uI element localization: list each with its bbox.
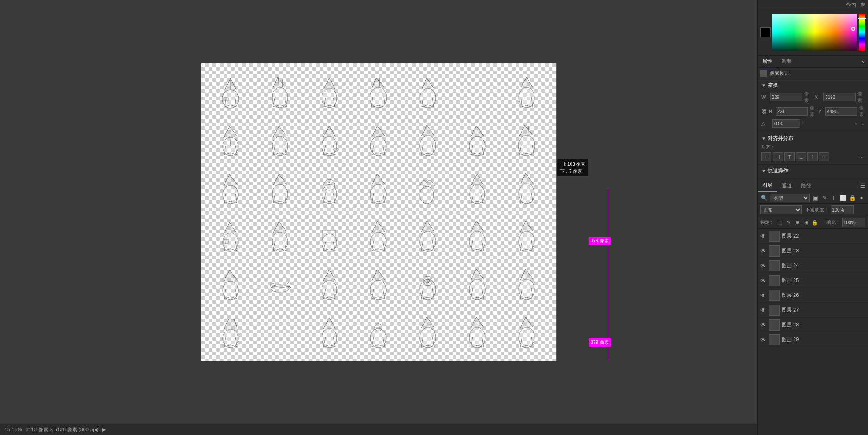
layer-item-27[interactable]: 👁图层 27 xyxy=(758,303,868,318)
tab-properties[interactable]: 属性 xyxy=(758,56,777,67)
layer-item-23[interactable]: 👁图层 23 xyxy=(758,244,868,258)
layer-thumbnail-23 xyxy=(769,245,780,257)
lock-artboard-icon[interactable]: ⊞ xyxy=(802,220,810,226)
effect-filter-icon[interactable]: ● xyxy=(858,195,865,201)
color-gradient[interactable] xyxy=(772,14,857,51)
layers-panel-menu-icon[interactable]: ☰ xyxy=(860,183,868,189)
layer-item-29[interactable]: 👁图层 29 xyxy=(758,332,868,347)
smart-filter-icon[interactable]: 🔒 xyxy=(849,195,856,201)
transform-toggle-icon: ▼ xyxy=(761,83,766,88)
status-bar-arrow[interactable]: ▶ xyxy=(102,427,106,433)
pixel-filter-icon[interactable]: ▣ xyxy=(812,195,819,201)
angle-input[interactable] xyxy=(772,119,800,128)
layers-toolbar: 🔍 类型 ▣ ✎ T ⬜ 🔒 ● xyxy=(758,192,868,204)
lock-paint-icon[interactable]: ✎ xyxy=(785,220,792,226)
tooth-grid: -H: 103 像素 下：7 像素 xyxy=(201,63,556,361)
shape-filter-icon[interactable]: ⬜ xyxy=(839,195,847,201)
color-swatch-foreground[interactable] xyxy=(760,27,771,37)
height-input[interactable] xyxy=(776,107,808,116)
layer-item-22[interactable]: 👁图层 22 xyxy=(758,229,868,244)
tab-adjustments[interactable]: 调整 xyxy=(777,56,796,67)
layer-blend-mode-select[interactable]: 正常 xyxy=(760,205,802,214)
tooth-cell-3-1 xyxy=(206,164,255,212)
align-top-btn[interactable]: ⊥ xyxy=(796,152,806,161)
x-input[interactable] xyxy=(823,93,856,101)
layers-tab-paths[interactable]: 路径 xyxy=(796,180,816,191)
layer-name-22: 图层 22 xyxy=(782,233,865,239)
tooth-cell-3-5 xyxy=(403,164,453,212)
opacity-input[interactable] xyxy=(831,205,854,214)
tooth-cell-6-4 xyxy=(354,308,403,356)
align-center-h-btn[interactable]: ⊣ xyxy=(773,152,783,161)
layer-visibility-28[interactable]: 👁 xyxy=(760,322,767,328)
tooth-cell-4-7 xyxy=(502,212,552,260)
tooth-cell-5-4 xyxy=(354,260,403,308)
pixel-layer-label: 像素图层 xyxy=(758,68,868,79)
tooth-cell-6-5 xyxy=(403,308,453,356)
tooth-cell-6-2 xyxy=(255,308,304,356)
layer-visibility-27[interactable]: 👁 xyxy=(760,307,767,313)
lock-transparent-icon[interactable]: ⬚ xyxy=(776,220,783,226)
align-section: ▼ 对齐并分布 对齐： ⊢ ⊣ ⊤ ⊥ ⋮ ⋯ … xyxy=(758,132,868,165)
y-label: Y xyxy=(819,109,824,114)
tooth-cell-5-6 xyxy=(453,260,502,308)
canvas[interactable]: -H: 103 像素 下：7 像素 xyxy=(201,63,557,361)
layer-visibility-26[interactable]: 👁 xyxy=(760,292,767,299)
layers-tabs: 图层 通道 路径 ☰ xyxy=(758,179,868,192)
tooth-cell-5-7 xyxy=(502,260,552,308)
layer-thumbnail-24 xyxy=(769,260,780,271)
chain-icon[interactable]: ⛓ xyxy=(761,108,767,115)
layer-visibility-25[interactable]: 👁 xyxy=(760,277,767,284)
quick-header[interactable]: ▼ 快速操作 xyxy=(761,167,864,174)
lock-move-icon[interactable]: ⊕ xyxy=(794,220,801,226)
color-picker-dot xyxy=(851,27,855,31)
width-input[interactable] xyxy=(770,93,802,101)
text-filter-icon[interactable]: T xyxy=(830,195,838,201)
align-center-v-btn[interactable]: ⋮ xyxy=(807,152,818,161)
align-left-btn[interactable]: ⊢ xyxy=(761,152,771,161)
quick-toggle-icon: ▼ xyxy=(761,168,766,173)
layer-visibility-29[interactable]: 👁 xyxy=(760,337,767,343)
align-right-btn[interactable]: ⊤ xyxy=(784,152,795,161)
align-sub-label: 对齐： xyxy=(761,144,864,150)
layer-item-28[interactable]: 👁图层 28 xyxy=(758,318,868,332)
color-hue-bar[interactable] xyxy=(859,14,865,51)
svg-point-33 xyxy=(271,285,289,292)
tooth-cell-2-6 xyxy=(453,116,502,164)
layer-visibility-22[interactable]: 👁 xyxy=(760,233,767,239)
layer-visibility-24[interactable]: 👁 xyxy=(760,263,767,269)
color-picker-section xyxy=(758,11,868,56)
svg-rect-2 xyxy=(224,98,228,100)
align-bottom-btn[interactable]: ⋯ xyxy=(819,152,829,161)
fill-input[interactable] xyxy=(842,218,865,227)
close-panel-icon[interactable]: ✕ xyxy=(861,59,865,65)
layer-item-25[interactable]: 👁图层 25 xyxy=(758,273,868,288)
layer-thumbnail-28 xyxy=(769,319,780,331)
flip-h-icon[interactable]: ↔ xyxy=(854,121,858,126)
svg-rect-24 xyxy=(223,239,229,243)
flip-v-icon[interactable]: ↕ xyxy=(862,121,864,126)
adjustment-filter-icon[interactable]: ✎ xyxy=(821,195,828,201)
layer-item-24[interactable]: 👁图层 24 xyxy=(758,258,868,273)
layers-tab-layers[interactable]: 图层 xyxy=(758,179,777,192)
layer-visibility-23[interactable]: 👁 xyxy=(760,248,767,254)
tooltip-line2: 下：7 像素 xyxy=(560,168,586,175)
layers-tab-channels[interactable]: 通道 xyxy=(777,180,796,191)
layer-thumbnail-22 xyxy=(769,231,780,242)
layer-type-select[interactable]: 类型 xyxy=(770,194,810,202)
tooth-cell-3-6 xyxy=(453,164,502,212)
tooth-cell-1-7 xyxy=(502,68,552,116)
y-input[interactable] xyxy=(825,107,857,116)
lock-all-icon[interactable]: 🔒 xyxy=(811,220,819,226)
dimension-tooltip: -H: 103 像素 下：7 像素 xyxy=(557,159,589,176)
tooth-cell-2-7 xyxy=(502,116,552,164)
align-header[interactable]: ▼ 对齐并分布 xyxy=(761,135,864,142)
layer-item-26[interactable]: 👁图层 26 xyxy=(758,288,868,303)
transform-header[interactable]: ▼ 变换 xyxy=(761,82,864,89)
more-align-btn[interactable]: … xyxy=(858,152,864,161)
tooth-cell-2-5 xyxy=(403,116,453,164)
library-icon[interactable]: 库 xyxy=(860,2,865,9)
x-unit: 像素 xyxy=(857,91,864,104)
learn-icon[interactable]: 学习 xyxy=(846,2,856,9)
tooth-cell-4-4 xyxy=(354,212,403,260)
